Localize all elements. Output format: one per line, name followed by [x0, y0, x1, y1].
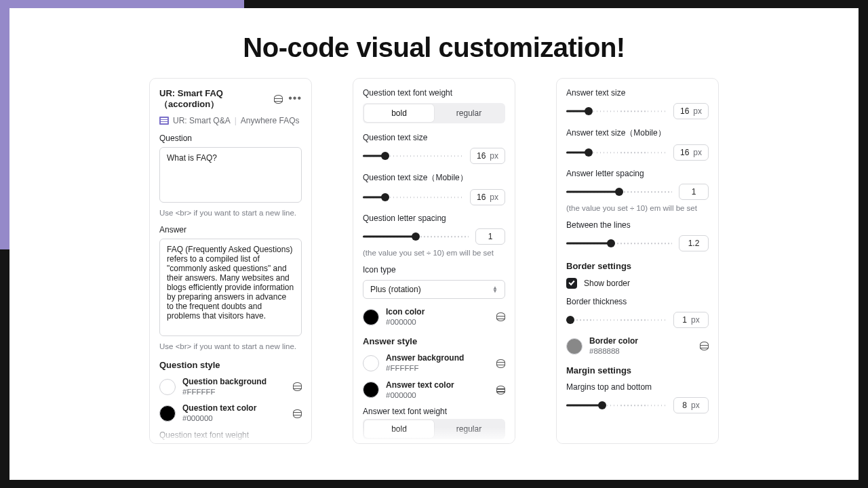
database-icon[interactable]: [274, 95, 283, 104]
answer-tc-hex: #000000: [386, 390, 490, 400]
answer-tc-name: Answer text color: [386, 380, 490, 390]
icon-color-swatch[interactable]: [363, 309, 379, 325]
question-label: Question: [159, 134, 302, 143]
question-bg-swatch[interactable]: [159, 379, 176, 395]
database-icon[interactable]: [496, 386, 505, 394]
database-icon[interactable]: [293, 382, 302, 391]
app-icon: [159, 117, 169, 125]
select-chevrons-icon: ▲▼: [492, 286, 498, 293]
border-color-swatch[interactable]: [566, 338, 583, 354]
answer-style-heading: Answer style: [363, 336, 505, 346]
q-ls-input[interactable]: 1: [475, 228, 505, 245]
border-color-hex: #888888: [589, 346, 693, 356]
a-ls-slider[interactable]: [566, 186, 672, 197]
q-size-input[interactable]: 16px: [470, 148, 505, 164]
q-size-m-label: Question text size（Mobile）: [363, 172, 505, 184]
answer-bg-hex: #FFFFFF: [386, 363, 490, 373]
q-ls-slider[interactable]: [363, 231, 469, 242]
panels-row: UR: Smart FAQ（accordion） ••• UR: Smart Q…: [149, 78, 719, 444]
question-tc-name: Question text color: [182, 403, 286, 413]
margin-input[interactable]: 8px: [673, 397, 709, 413]
icon-type-label: Icon type: [363, 265, 505, 274]
thickness-label: Border thickness: [566, 297, 709, 306]
icon-type-select[interactable]: Plus (rotation) ▲▼: [363, 280, 505, 299]
border-color-name: Border color: [589, 336, 693, 346]
a-ls-help: (the value you set ÷ 10) em will be set: [566, 204, 709, 212]
question-bg-name: Question background: [182, 377, 286, 387]
q-weight-segment[interactable]: bold regular: [363, 103, 505, 123]
q-ls-label: Question letter spacing: [363, 214, 505, 223]
answer-tc-swatch[interactable]: [363, 382, 379, 398]
a-ls-label: Answer letter spacing: [566, 169, 709, 178]
question-bg-hex: #FFFFFF: [182, 387, 286, 396]
q-size-slider[interactable]: [363, 150, 463, 161]
crumb-section[interactable]: Anywhere FAQs: [241, 116, 300, 125]
a-size-m-input[interactable]: 16px: [673, 144, 709, 161]
icon-color-row[interactable]: Icon color #000000: [363, 307, 505, 327]
lh-input[interactable]: 1.2: [679, 235, 709, 251]
show-border-label: Show border: [584, 279, 630, 288]
q-ls-help: (the value you set ÷ 10) em will be set: [363, 249, 505, 257]
a-size-m-slider[interactable]: [566, 147, 667, 158]
question-tc-swatch[interactable]: [159, 405, 176, 422]
panel-question-style: Question text font weight bold regular Q…: [353, 78, 515, 444]
seg-bold[interactable]: bold: [364, 420, 434, 438]
q-size-m-slider[interactable]: [363, 192, 463, 203]
more-icon[interactable]: •••: [288, 95, 302, 104]
database-icon[interactable]: [496, 359, 505, 368]
q-size-m-input[interactable]: 16px: [470, 189, 505, 205]
answer-label: Answer: [159, 225, 302, 235]
q-size-label: Question text size: [363, 133, 505, 142]
answer-helper: Use <br> if you want to start a new line…: [159, 342, 302, 350]
database-icon[interactable]: [293, 409, 302, 418]
answer-bg-name: Answer background: [386, 353, 490, 363]
seg-regular[interactable]: regular: [434, 420, 504, 438]
question-text-color-row[interactable]: Question text color #000000: [159, 403, 302, 423]
icon-color-hex: #000000: [386, 317, 490, 327]
show-border-checkbox[interactable]: [566, 278, 577, 289]
a-weight-label: Answer text font weight: [363, 407, 505, 416]
border-heading: Border settings: [566, 261, 709, 271]
question-tc-hex: #000000: [182, 413, 286, 423]
lh-slider[interactable]: [566, 238, 672, 249]
show-border-row[interactable]: Show border: [566, 278, 709, 289]
seg-regular[interactable]: regular: [434, 104, 504, 122]
database-icon[interactable]: [700, 342, 709, 350]
question-style-heading: Question style: [159, 360, 302, 370]
seg-bold[interactable]: bold: [364, 104, 434, 122]
margin-heading: Margin settings: [566, 365, 709, 375]
panel-answer-style: Answer text size 16px Answer text size（M…: [556, 78, 719, 444]
panel-block-editor: UR: Smart FAQ（accordion） ••• UR: Smart Q…: [149, 78, 312, 444]
database-icon[interactable]: [496, 312, 505, 321]
thickness-slider[interactable]: [566, 314, 667, 325]
a-size-slider[interactable]: [566, 106, 667, 117]
answer-bg-swatch[interactable]: [363, 355, 379, 371]
crumb-app[interactable]: UR: Smart Q&A: [173, 116, 231, 125]
question-input[interactable]: [159, 147, 302, 203]
margin-label: Margins top and bottom: [566, 382, 709, 392]
answer-tc-row[interactable]: Answer text color #000000: [363, 380, 505, 400]
icon-color-name: Icon color: [386, 307, 490, 317]
a-size-label: Answer text size: [566, 88, 709, 98]
a-weight-segment[interactable]: bold regular: [363, 419, 505, 439]
q-weight-label: Question text font weight: [363, 88, 505, 98]
question-helper: Use <br> if you want to start a new line…: [159, 209, 302, 217]
answer-bg-row[interactable]: Answer background #FFFFFF: [363, 353, 505, 373]
a-size-m-label: Answer text size（Mobile）: [566, 127, 709, 139]
thickness-input[interactable]: 1px: [673, 312, 709, 328]
block-title: UR: Smart FAQ（accordion）: [159, 88, 274, 110]
icon-type-value: Plus (rotation): [370, 285, 421, 294]
answer-input[interactable]: [159, 239, 302, 336]
a-size-input[interactable]: 16px: [673, 103, 709, 119]
question-weight-peek: Question text font weight: [159, 430, 302, 440]
breadcrumb: UR: Smart Q&A | Anywhere FAQs: [159, 116, 302, 125]
a-ls-input[interactable]: 1: [679, 184, 709, 200]
lh-label: Between the lines: [566, 220, 709, 230]
margin-slider[interactable]: [566, 400, 667, 411]
question-background-color-row[interactable]: Question background #FFFFFF: [159, 377, 302, 396]
hero-title: No-code visual customization!: [243, 33, 625, 63]
crumb-separator: |: [235, 116, 237, 125]
border-color-row[interactable]: Border color #888888: [566, 336, 709, 356]
canvas: No-code visual customization! UR: Smart …: [9, 8, 859, 480]
